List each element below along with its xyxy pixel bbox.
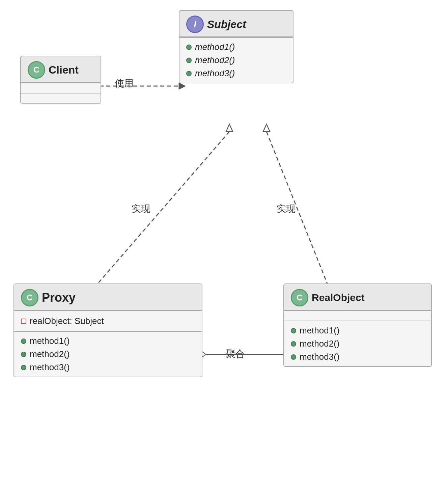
subject-header: I Subject: [179, 11, 293, 37]
red-square: [21, 319, 26, 324]
client-section1: [21, 83, 101, 93]
proxy-method1: method1(): [21, 336, 195, 346]
client-header: C Client: [21, 56, 101, 83]
realobject-title: RealObject: [312, 292, 365, 303]
realobject-icon: C: [291, 289, 308, 306]
client-icon: C: [28, 61, 45, 79]
dot-p2: [21, 352, 26, 357]
ro-method1: method1(): [291, 325, 424, 336]
client-title: Client: [49, 64, 79, 76]
realobject-empty: [284, 310, 431, 321]
subject-method3: method3(): [186, 68, 286, 79]
svg-marker-5: [263, 124, 270, 132]
use-label: 使用: [115, 77, 134, 90]
subject-icon: I: [186, 16, 204, 33]
proxy-icon: C: [21, 289, 38, 306]
subject-box: I Subject method1() method2() method3(): [179, 10, 293, 83]
dot-p3: [21, 365, 26, 370]
svg-marker-3: [226, 124, 233, 132]
proxy-method2: method2(): [21, 349, 195, 359]
subject-title: Subject: [207, 18, 246, 31]
subject-method1: method1(): [186, 42, 286, 52]
proxy-methods: method1() method2() method3(): [14, 331, 202, 377]
svg-marker-1: [179, 83, 186, 89]
client-section2: [21, 93, 101, 103]
proxy-box: C Proxy realObject: Subject method1() me…: [13, 283, 202, 377]
proxy-title: Proxy: [42, 291, 76, 305]
realobject-box: C RealObject method1() method2() method3…: [283, 283, 432, 367]
ro-method2: method2(): [291, 338, 424, 349]
dot-r1: [291, 328, 296, 333]
dot2: [186, 58, 192, 63]
subject-method2: method2(): [186, 55, 286, 65]
implement1-label: 实现: [132, 202, 150, 215]
diagram-container: C Client I Subject method1() method2(): [0, 0, 448, 488]
dot-r2: [291, 341, 296, 347]
dot-p1: [21, 338, 26, 344]
proxy-fields: realObject: Subject: [14, 310, 202, 331]
dot3: [186, 71, 192, 76]
realobject-header: C RealObject: [284, 284, 431, 310]
ro-method3: method3(): [291, 352, 424, 362]
proxy-method3: method3(): [21, 362, 195, 373]
dot-r3: [291, 354, 296, 360]
aggregate-label: 聚合: [226, 348, 245, 360]
realobject-methods: method1() method2() method3(): [284, 321, 431, 366]
client-box: C Client: [20, 56, 101, 104]
subject-methods: method1() method2() method3(): [179, 37, 293, 83]
implement2-label: 实现: [277, 202, 296, 215]
svg-line-4: [267, 132, 327, 283]
svg-line-2: [98, 132, 229, 283]
dot1: [186, 45, 192, 50]
proxy-header: C Proxy: [14, 284, 202, 310]
proxy-field1: realObject: Subject: [21, 316, 195, 326]
